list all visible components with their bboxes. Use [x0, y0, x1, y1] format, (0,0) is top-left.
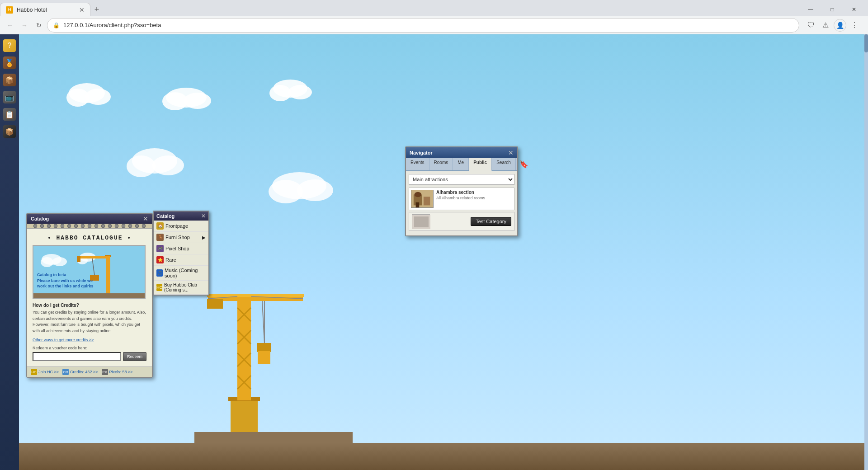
sidebar-btn-inventory[interactable]: 📦 [2, 72, 17, 88]
sidebar-btn-tv[interactable]: 📺 [2, 89, 17, 105]
minimize-button[interactable]: — [800, 3, 821, 16]
catalog-menu-item-hc[interactable]: HC Buy Habbo Club (Coming s... [154, 281, 208, 295]
navigator-dropdown[interactable]: Main attractions Hotels Games Trade [409, 174, 514, 185]
tab-events[interactable]: Events [406, 158, 429, 170]
tab-rooms[interactable]: Rooms [429, 158, 453, 170]
navigator-category-item[interactable]: Test Category [409, 212, 514, 231]
catalogue-main-title: • HABBO CATALOGUE • [33, 235, 146, 241]
catalogue-window-title: Catalog [31, 216, 49, 221]
tab-public[interactable]: Public [469, 158, 492, 171]
svg-point-31 [142, 224, 146, 228]
catalog-menu-item-pixelshop[interactable]: 🎮 Pixel Shop [154, 243, 208, 254]
close-button[interactable]: ✕ [844, 3, 864, 16]
rare-icon: ⭐ [156, 256, 164, 263]
hc-icon: HC [31, 369, 37, 375]
catalog-menu-title: Catalog [156, 213, 175, 219]
navigator-body: Main attractions Hotels Games Trade [406, 171, 517, 235]
catalogue-redeem-button[interactable]: Redeem [123, 352, 146, 361]
catalogue-credits-link[interactable]: Other ways to get more credits >> [33, 338, 146, 342]
svg-point-8 [288, 85, 312, 99]
profile-button[interactable]: 👤 [834, 19, 846, 32]
catalogue-credits-link-footer[interactable]: CR Credits: 462 >> [62, 369, 98, 375]
svg-point-21 [74, 224, 78, 228]
catalog-menu-item-rare[interactable]: ⭐ Rare [154, 254, 208, 266]
svg-point-9 [132, 148, 177, 174]
room-name: Alhambra section [436, 190, 512, 195]
svg-point-17 [47, 224, 51, 228]
tab-me[interactable]: Me [453, 158, 469, 170]
sidebar-btn-box[interactable]: 📦 [2, 124, 17, 139]
catalog-menu-item-music[interactable]: 🎵 Music (Coming soon) [154, 266, 208, 281]
help-icon: ? [3, 39, 16, 52]
navigator-settings-icon[interactable]: 🔖 [516, 158, 532, 170]
svg-rect-66 [207, 299, 223, 309]
catalogue-close-button[interactable]: ✕ [143, 216, 148, 222]
svg-rect-73 [194, 432, 353, 443]
svg-point-11 [152, 155, 184, 175]
sidebar-btn-catalog2[interactable]: 📋 [2, 107, 17, 122]
navigator-close-button[interactable]: ✕ [508, 149, 514, 156]
test-category-button[interactable]: Test Category [471, 217, 511, 226]
catalogue-pixels-link[interactable]: PX Pixels: 58 >> [102, 369, 133, 375]
catalogue-join-hc-link[interactable]: HC Join HC >> [31, 369, 59, 375]
sidebar-btn-achievements[interactable]: 🏅 [2, 55, 17, 70]
frontpage-label: Frontpage [165, 223, 188, 229]
svg-rect-69 [257, 343, 271, 352]
furnishop-icon: 🪑 [156, 234, 164, 241]
tab-search[interactable]: Search [492, 158, 516, 170]
back-button[interactable]: ← [4, 19, 16, 32]
buyHC-icon: HC [156, 284, 162, 291]
svg-point-7 [269, 85, 291, 101]
catalogue-credits-desc: You can get credits by staying online fo… [33, 310, 146, 334]
navigator-window: Navigator ✕ Events Rooms Me Public Searc… [405, 146, 518, 236]
svg-point-16 [40, 224, 44, 228]
svg-point-4 [162, 92, 188, 110]
forward-button[interactable]: → [18, 19, 31, 32]
svg-rect-51 [414, 216, 429, 227]
tv-icon: 📺 [3, 91, 16, 103]
svg-point-26 [108, 224, 112, 228]
navigator-room-item[interactable]: Alhambra section All Alhambra related ro… [409, 188, 514, 210]
catalog-menu-header: Catalog ✕ [154, 212, 208, 221]
catalog-menu-close[interactable]: ✕ [201, 213, 206, 219]
address-bar[interactable] [63, 22, 793, 28]
address-bar-container: 🔒 [47, 18, 799, 33]
catalog-menu: Catalog ✕ 🏠 Frontpage 🪑 Furni Shop ▶ 🎮 P… [153, 211, 209, 296]
secure-icon: 🔒 [53, 22, 60, 28]
game-area: ? 🏅 📦 📺 📋 📦 Catalog ✕ • HABBO [0, 34, 868, 470]
catalogue-body: • HABBO CATALOGUE • [27, 229, 152, 367]
catalogue-footer: HC Join HC >> CR Credits: 462 >> PX Pixe… [27, 367, 152, 377]
catalogue-window: Catalog ✕ • HABBO CATALOGUE • [26, 213, 153, 378]
svg-point-15 [33, 224, 37, 228]
svg-point-20 [67, 224, 71, 228]
frontpage-icon: 🏠 [156, 222, 164, 230]
navigator-tabs: Events Rooms Me Public Search 🔖 [406, 158, 517, 171]
new-tab-button[interactable]: + [90, 3, 103, 16]
catalogue-voucher-input[interactable] [33, 352, 121, 361]
svg-point-13 [269, 180, 303, 203]
rare-label: Rare [165, 257, 176, 263]
refresh-button[interactable]: ↻ [33, 19, 45, 32]
catalogue-credits-question: How do I get Credits? [33, 303, 146, 308]
tab-close-button[interactable]: ✕ [79, 6, 85, 14]
svg-point-0 [69, 83, 105, 103]
crane-decoration [194, 272, 353, 445]
svg-point-25 [101, 224, 105, 228]
sidebar-btn-help[interactable]: ? [2, 38, 17, 53]
warning-icon: ⚠ [819, 19, 832, 32]
navigator-title: Navigator [410, 150, 433, 155]
pixels-label: Pixels: 58 >> [109, 370, 133, 374]
navigator-header: Navigator ✕ [406, 147, 517, 158]
catalog-menu-item-furnishop[interactable]: 🪑 Furni Shop ▶ [154, 232, 208, 243]
right-scrollbar[interactable] [864, 34, 868, 470]
svg-point-18 [54, 224, 57, 228]
credits-icon: CR [62, 369, 69, 375]
svg-point-1 [66, 89, 89, 107]
buyHC-label: Buy Habbo Club (Coming s... [164, 282, 206, 292]
maximize-button[interactable]: □ [822, 3, 843, 16]
window-controls: — □ ✕ [800, 3, 868, 16]
catalog-menu-item-frontpage[interactable]: 🏠 Frontpage [154, 221, 208, 232]
achievements-icon: 🏅 [3, 56, 16, 69]
menu-button[interactable]: ⋮ [848, 19, 861, 32]
browser-tab[interactable]: H Habbo Hotel ✕ [0, 3, 90, 16]
